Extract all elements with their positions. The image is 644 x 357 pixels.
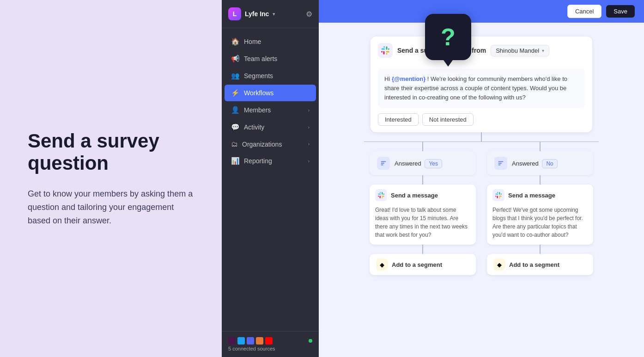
msg-no-body: Perfect! We've got some upcoming blogs t… [487,204,593,245]
question-icon: ? [425,14,471,60]
answered-no-card: Answered No [487,151,593,175]
slack-source-icon [228,337,236,345]
source-icons [228,337,273,345]
sidebar-item-label: Reporting [244,157,272,165]
segment-no-card: ◆ Add to a segment [487,254,593,275]
sidebar-item-label: Members [244,106,271,114]
slack-card-icon [378,43,393,58]
connected-label: 5 connected sources [228,346,312,351]
survey-card: Send a survey question from Shinobu Mand… [371,37,592,132]
cancel-button[interactable]: Cancel [567,5,601,18]
left-panel: Send a survey question Get to know your … [0,0,222,357]
circle-source-icon [256,337,263,345]
segments-icon: 👥 [231,72,240,80]
sidebar-item-segments[interactable]: 👥 Segments [225,68,316,84]
workflow-canvas: Send a survey question from Shinobu Mand… [319,23,644,357]
sidebar-logo[interactable]: L Lyfe Inc ▾ [228,7,275,20]
msg-yes-title: Send a message [391,192,438,199]
chevron-right-icon: › [308,142,310,147]
branch-no-icon [494,157,507,170]
activity-icon: 💬 [231,123,240,131]
sidebar-item-label: Activity [244,123,264,131]
answered-yes-card: Answered Yes [370,151,476,175]
sidebar-item-home[interactable]: 🏠 Home [225,33,316,50]
chevron-right-icon: › [308,125,310,130]
organizations-icon: 🗂 [231,140,238,148]
answer-buttons: Interested Not interested [378,113,585,126]
app-container: ? L Lyfe Inc ▾ ⚙ 🏠 Home 📢 [222,0,644,357]
no-badge: No [542,159,557,168]
chevron-right-icon: › [308,159,310,164]
gear-icon[interactable]: ⚙ [306,10,312,18]
message-yes-card: Send a message Great! I'd love to talk a… [370,185,476,245]
survey-card-header: Send a survey question from Shinobu Mand… [371,37,592,62]
msg-no-title: Send a message [508,192,555,199]
message-no-card: Send a message Perfect! We've got some u… [487,185,593,245]
sidebar-item-team-alerts[interactable]: 📢 Team alerts [225,50,316,67]
connected-sources [228,337,312,345]
sidebar-item-workflows[interactable]: ⚡ Workflows [225,85,316,101]
msg-no-header: Send a message [487,185,593,204]
from-dropdown[interactable]: Shinobu Mandel ▾ [491,45,549,56]
sidebar-footer: 5 connected sources [222,331,319,357]
save-button[interactable]: Save [606,5,635,18]
sidebar-company-name: Lyfe Inc [245,10,269,18]
slack-msg-icon [375,189,387,201]
sidebar-item-members[interactable]: 👤 Members › [225,102,316,118]
from-name: Shinobu Mandel [496,47,539,54]
sidebar-item-label: Home [244,38,261,45]
connector-top [481,132,482,142]
answered-label: Answered [395,160,421,167]
greeting: Hi [384,75,392,82]
split-line [364,142,599,142]
youtube-source-icon [265,337,273,345]
yes-badge: Yes [425,159,442,168]
page-description: Get to know your members by asking them … [28,187,194,227]
sidebar-item-reporting[interactable]: 📊 Reporting › [225,153,316,169]
segment-no-label: Add to a segment [509,261,559,268]
interested-button[interactable]: Interested [378,113,419,126]
sidebar-item-label: Segments [244,72,273,80]
survey-card-body: Hi {@mention} ! We're looking for commun… [371,62,592,132]
sidebar-item-organizations[interactable]: 🗂 Organizations › [225,136,316,152]
online-indicator [309,339,312,343]
segment-yes-label: Add to a segment [392,261,442,268]
segment-no-icon: ◆ [493,259,505,271]
sidebar-item-label: Workflows [244,89,273,97]
branch-no: Answered No [487,142,593,275]
mention: {@mention} [392,75,425,82]
not-interested-button[interactable]: Not interested [422,113,474,126]
twitter-source-icon [237,337,245,345]
sidebar-item-label: Team alerts [244,55,277,62]
members-icon: 👤 [231,106,240,114]
sidebar-logo-chevron-icon: ▾ [273,11,275,17]
branch-yes: Answered Yes [370,142,476,275]
answered-no-label: Answered [512,160,539,167]
msg-yes-header: Send a message [370,185,476,204]
segment-yes-card: ◆ Add to a segment [370,254,476,275]
workflows-icon: ⚡ [231,89,240,97]
page-title: Send a survey question [28,130,194,175]
main-header: Cancel Save [319,0,644,23]
sidebar-item-activity[interactable]: 💬 Activity › [225,119,316,135]
main-content: Cancel Save [319,0,644,357]
segment-icon: ◆ [376,259,388,271]
msg-yes-body: Great! I'd love to talk about some ideas… [370,204,476,245]
sidebar-item-label: Organizations [242,141,282,148]
chevron-right-icon: › [308,108,310,113]
slack-msg-no-icon [492,189,504,201]
survey-message: Hi {@mention} ! We're looking for commun… [378,69,585,108]
sidebar-nav: 🏠 Home 📢 Team alerts 👥 Segments ⚡ [222,28,319,331]
discord-source-icon [247,337,254,345]
reporting-icon: 📊 [231,157,240,165]
dropdown-chevron-icon: ▾ [542,48,544,53]
sidebar: L Lyfe Inc ▾ ⚙ 🏠 Home 📢 Team alerts [222,0,319,357]
branch-icon [377,157,390,170]
sidebar-header: L Lyfe Inc ▾ ⚙ [222,0,319,28]
megaphone-icon: 📢 [231,55,240,63]
home-icon: 🏠 [231,37,240,46]
sidebar-logo-icon: L [228,7,241,20]
branch-row: Answered Yes [370,142,593,275]
workflow-wrapper: Send a survey question from Shinobu Mand… [333,32,630,275]
